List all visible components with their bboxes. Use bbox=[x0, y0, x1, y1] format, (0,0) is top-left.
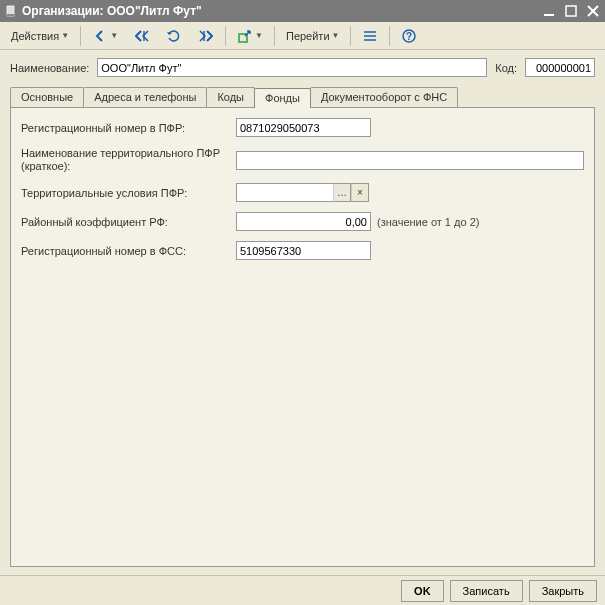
row-coef: Районный коэффициент РФ: (значение от 1 … bbox=[21, 212, 584, 231]
list-button[interactable] bbox=[355, 25, 385, 47]
tab-codes[interactable]: Коды bbox=[206, 87, 255, 107]
tab-funds[interactable]: Фонды bbox=[254, 88, 311, 108]
goto-menu[interactable]: Перейти▼ bbox=[279, 25, 347, 47]
svg-rect-1 bbox=[7, 14, 14, 16]
refresh-icon bbox=[166, 28, 182, 44]
row-pfr-terr: Территориальные условия ПФР: … × bbox=[21, 183, 584, 202]
tab-docflow[interactable]: Документооборот с ФНС bbox=[310, 87, 458, 107]
minimize-button[interactable] bbox=[541, 3, 557, 19]
pfr-reg-label: Регистрационный номер в ПФР: bbox=[21, 122, 236, 134]
arrow-left-icon bbox=[92, 28, 108, 44]
row-pfr-name: Наименование территориального ПФР (кратк… bbox=[21, 147, 584, 173]
pfr-reg-input[interactable] bbox=[236, 118, 371, 137]
name-input[interactable] bbox=[97, 58, 487, 77]
name-label: Наименование: bbox=[10, 62, 89, 74]
separator bbox=[225, 26, 226, 46]
window-buttons bbox=[541, 3, 601, 19]
separator bbox=[80, 26, 81, 46]
arrow-first-icon bbox=[134, 28, 150, 44]
chevron-down-icon: ▼ bbox=[110, 31, 118, 40]
window-title: Организации: ООО"Литл Фут" bbox=[22, 4, 541, 18]
tabs: Основные Адреса и телефоны Коды Фонды До… bbox=[10, 87, 595, 107]
actions-menu[interactable]: Действия▼ bbox=[4, 25, 76, 47]
close-button[interactable] bbox=[585, 3, 601, 19]
svg-text:?: ? bbox=[406, 31, 412, 42]
toolbar: Действия▼ ▼ ▼ Перейти▼ ? bbox=[0, 22, 605, 50]
coef-hint: (значение от 1 до 2) bbox=[377, 216, 479, 228]
help-icon: ? bbox=[401, 28, 417, 44]
close-button-footer[interactable]: Закрыть bbox=[529, 580, 597, 602]
nav-last-button[interactable] bbox=[191, 25, 221, 47]
chevron-down-icon: ▼ bbox=[332, 31, 340, 40]
code-input[interactable] bbox=[525, 58, 595, 77]
nav-prev-button[interactable]: ▼ bbox=[85, 25, 125, 47]
tab-main[interactable]: Основные bbox=[10, 87, 84, 107]
titlebar: Организации: ООО"Литл Фут" bbox=[0, 0, 605, 22]
fss-input[interactable] bbox=[236, 241, 371, 260]
export-icon bbox=[237, 28, 253, 44]
nav-first-button[interactable] bbox=[127, 25, 157, 47]
tab-addresses[interactable]: Адреса и телефоны bbox=[83, 87, 207, 107]
window: Организации: ООО"Литл Фут" Действия▼ ▼ ▼… bbox=[0, 0, 605, 605]
header-row: Наименование: Код: bbox=[0, 50, 605, 87]
tab-body-funds: Регистрационный номер в ПФР: Наименовани… bbox=[10, 107, 595, 567]
footer: OK Записать Закрыть bbox=[0, 575, 605, 605]
help-button[interactable]: ? bbox=[394, 25, 424, 47]
actions-label: Действия bbox=[11, 30, 59, 42]
goto-label: Перейти bbox=[286, 30, 330, 42]
tabs-container: Основные Адреса и телефоны Коды Фонды До… bbox=[0, 87, 605, 567]
save-button[interactable]: Записать bbox=[450, 580, 523, 602]
app-icon bbox=[4, 4, 18, 18]
lookup-select-button[interactable]: … bbox=[333, 183, 351, 202]
coef-input[interactable] bbox=[236, 212, 371, 231]
pfr-name-label: Наименование территориального ПФР (кратк… bbox=[21, 147, 236, 173]
maximize-button[interactable] bbox=[563, 3, 579, 19]
separator bbox=[274, 26, 275, 46]
row-pfr-reg: Регистрационный номер в ПФР: bbox=[21, 118, 584, 137]
coef-label: Районный коэффициент РФ: bbox=[21, 216, 236, 228]
arrow-last-icon bbox=[198, 28, 214, 44]
svg-rect-3 bbox=[566, 6, 576, 16]
refresh-button[interactable] bbox=[159, 25, 189, 47]
row-fss: Регистрационный номер в ФСС: bbox=[21, 241, 584, 260]
chevron-down-icon: ▼ bbox=[255, 31, 263, 40]
pfr-terr-input[interactable] bbox=[236, 183, 333, 202]
lookup-clear-button[interactable]: × bbox=[351, 183, 369, 202]
separator bbox=[389, 26, 390, 46]
pfr-terr-label: Территориальные условия ПФР: bbox=[21, 187, 236, 199]
fss-label: Регистрационный номер в ФСС: bbox=[21, 245, 236, 257]
ok-button[interactable]: OK bbox=[401, 580, 444, 602]
chevron-down-icon: ▼ bbox=[61, 31, 69, 40]
code-label: Код: bbox=[495, 62, 517, 74]
export-button[interactable]: ▼ bbox=[230, 25, 270, 47]
pfr-name-input[interactable] bbox=[236, 151, 584, 170]
separator bbox=[350, 26, 351, 46]
list-icon bbox=[362, 28, 378, 44]
pfr-terr-lookup: … × bbox=[236, 183, 369, 202]
